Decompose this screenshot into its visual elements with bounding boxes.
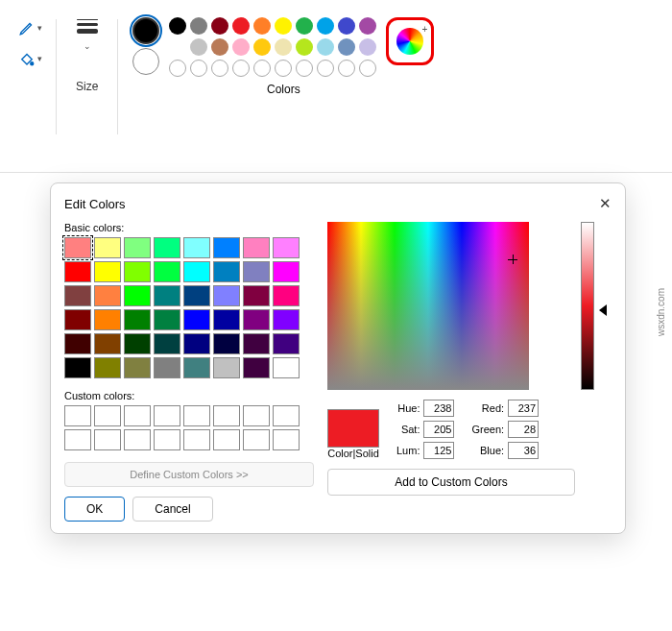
basic-color-swatch[interactable] [64,285,91,306]
custom-color-slot[interactable] [243,405,270,426]
basic-color-swatch[interactable] [154,237,180,258]
custom-color-slot[interactable] [94,405,121,426]
palette-swatch[interactable] [211,17,228,35]
basic-color-swatch[interactable] [124,357,151,378]
palette-swatch-empty[interactable] [232,60,250,77]
basic-color-swatch[interactable] [213,357,240,378]
sat-input[interactable] [423,421,454,438]
palette-swatch[interactable] [296,38,313,56]
custom-color-slot[interactable] [183,405,210,426]
custom-color-slot[interactable] [154,405,180,426]
palette-swatch-empty[interactable] [190,60,207,77]
basic-color-swatch[interactable] [124,309,151,330]
close-icon[interactable]: ✕ [599,195,612,212]
basic-color-swatch[interactable] [183,333,210,354]
basic-color-swatch[interactable] [213,333,240,354]
fill-tool[interactable]: ▾ [18,50,42,67]
basic-color-swatch[interactable] [124,333,151,354]
palette-swatch[interactable] [253,17,271,35]
basic-color-swatch[interactable] [64,237,91,258]
basic-color-swatch[interactable] [273,261,300,282]
palette-swatch-empty[interactable] [211,60,228,77]
custom-color-slot[interactable] [273,429,300,450]
basic-color-swatch[interactable] [64,309,91,330]
size-section[interactable]: ⌄ Size [57,10,117,103]
basic-color-swatch[interactable] [183,261,210,282]
palette-swatch-empty[interactable] [296,60,313,77]
basic-color-swatch[interactable] [273,309,300,330]
custom-color-slot[interactable] [183,429,210,450]
palette-swatch[interactable] [169,38,186,56]
basic-color-swatch[interactable] [154,285,180,306]
custom-color-slot[interactable] [154,429,180,450]
basic-color-swatch[interactable] [273,357,300,378]
basic-color-swatch[interactable] [64,261,91,282]
basic-color-swatch[interactable] [243,357,270,378]
basic-color-swatch[interactable] [94,261,121,282]
basic-color-swatch[interactable] [243,261,270,282]
basic-color-swatch[interactable] [154,261,180,282]
basic-color-swatch[interactable] [94,333,121,354]
basic-color-swatch[interactable] [124,261,151,282]
basic-color-swatch[interactable] [183,237,210,258]
basic-color-swatch[interactable] [213,261,240,282]
custom-color-slot[interactable] [273,405,300,426]
basic-color-swatch[interactable] [183,285,210,306]
palette-swatch-empty[interactable] [338,60,355,77]
ok-button[interactable]: OK [64,497,125,522]
basic-color-swatch[interactable] [243,333,270,354]
basic-color-swatch[interactable] [243,285,270,306]
custom-color-slot[interactable] [94,429,121,450]
basic-color-swatch[interactable] [124,285,151,306]
custom-color-slot[interactable] [213,429,240,450]
palette-swatch[interactable] [338,17,355,35]
basic-color-swatch[interactable] [124,237,151,258]
palette-swatch[interactable] [190,38,207,56]
palette-swatch-empty[interactable] [359,60,376,77]
green-input[interactable] [508,421,539,438]
basic-color-swatch[interactable] [154,357,180,378]
basic-color-swatch[interactable] [94,357,121,378]
basic-color-swatch[interactable] [273,237,300,258]
luminance-bar[interactable] [581,222,594,390]
custom-color-slot[interactable] [124,429,151,450]
palette-swatch[interactable] [211,38,228,56]
palette-swatch-empty[interactable] [169,60,186,77]
basic-color-swatch[interactable] [94,237,121,258]
edit-colors-button[interactable] [386,17,434,65]
palette-swatch[interactable] [359,17,376,35]
basic-color-swatch[interactable] [243,309,270,330]
color-2[interactable] [132,48,159,75]
basic-color-swatch[interactable] [183,357,210,378]
palette-swatch[interactable] [169,17,186,35]
basic-color-swatch[interactable] [154,309,180,330]
palette-swatch[interactable] [317,17,334,35]
custom-color-slot[interactable] [124,405,151,426]
palette-swatch[interactable] [317,38,334,56]
custom-color-slot[interactable] [213,405,240,426]
palette-swatch[interactable] [232,17,250,35]
color-1[interactable] [132,17,159,44]
palette-swatch[interactable] [232,38,250,56]
basic-color-swatch[interactable] [154,333,180,354]
basic-color-swatch[interactable] [183,309,210,330]
basic-color-swatch[interactable] [213,309,240,330]
basic-color-swatch[interactable] [64,357,91,378]
basic-color-swatch[interactable] [94,285,121,306]
palette-swatch-empty[interactable] [317,60,334,77]
custom-color-slot[interactable] [243,429,270,450]
palette-swatch[interactable] [296,17,313,35]
lum-input[interactable] [423,442,454,459]
palette-swatch[interactable] [338,38,355,56]
basic-color-swatch[interactable] [213,237,240,258]
palette-swatch-empty[interactable] [253,60,271,77]
palette-swatch[interactable] [275,38,292,56]
color-gradient[interactable] [327,222,529,390]
palette-swatch-empty[interactable] [275,60,292,77]
palette-swatch[interactable] [253,38,271,56]
custom-color-slot[interactable] [64,429,91,450]
red-input[interactable] [508,400,539,417]
cancel-button[interactable]: Cancel [132,497,212,522]
basic-color-swatch[interactable] [273,333,300,354]
basic-color-swatch[interactable] [64,333,91,354]
